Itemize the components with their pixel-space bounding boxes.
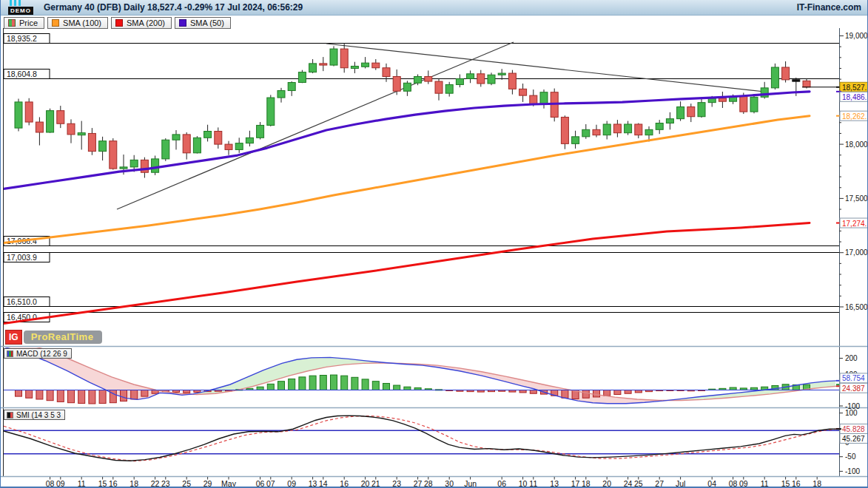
x-axis-label: 30 <box>445 479 454 488</box>
candle <box>793 80 800 81</box>
instrument-title: Germany 40 (DFB) Daily 18,527.4 -0.29% 1… <box>44 2 303 13</box>
candle <box>677 107 684 119</box>
x-axis-label: 18 <box>582 479 591 488</box>
x-axis-label: 25 <box>182 479 191 488</box>
candle <box>625 124 632 133</box>
x-axis-label: 14 <box>319 479 328 488</box>
candles-group <box>15 43 810 178</box>
x-axis-label: 15 <box>781 479 790 488</box>
candle <box>414 76 422 83</box>
candle <box>656 123 663 130</box>
candle <box>530 95 537 104</box>
candle <box>67 123 75 135</box>
x-axis-label: 29 <box>203 479 212 488</box>
candle <box>141 160 148 172</box>
candle <box>635 124 642 135</box>
candle <box>698 103 705 117</box>
x-axis-label: 27 <box>655 479 664 488</box>
candle <box>603 124 610 135</box>
candle <box>456 78 463 84</box>
value-box-label: 18,527.. <box>842 84 868 92</box>
candle <box>561 117 568 143</box>
candle <box>488 75 495 84</box>
trendline[interactable] <box>326 44 764 92</box>
x-axis-label: 16 <box>109 479 118 488</box>
value-box-label: 45.267 <box>842 435 865 443</box>
candle <box>152 159 159 172</box>
candle <box>298 72 306 83</box>
candle <box>99 141 107 152</box>
x-axis-label: Jul <box>676 479 685 488</box>
candle <box>130 160 138 167</box>
candle <box>288 83 295 91</box>
x-axis-label: 23 <box>161 479 170 488</box>
candle <box>193 138 201 153</box>
level-price-label: 17,003.9 <box>7 253 37 262</box>
prorealtime-logo: ProRealTime <box>24 331 103 344</box>
price-axis-label: 19,000 <box>845 32 868 40</box>
macd-indicator-label[interactable]: MACD (12 26 9 <box>4 348 72 359</box>
legend-swatch-icon <box>179 19 186 27</box>
value-box-label: 58.754 <box>842 374 865 382</box>
legend-swatch-icon <box>52 19 59 27</box>
candle <box>277 91 285 98</box>
candle <box>540 92 548 104</box>
legend-swatch-icon <box>115 19 123 27</box>
candle <box>172 135 180 140</box>
legend-item-sma-50[interactable]: SMA (50) <box>175 17 231 29</box>
candle <box>15 102 22 128</box>
candle <box>467 74 474 79</box>
candle <box>57 111 64 124</box>
demo-label: DEMO <box>8 7 33 15</box>
legend-label: SMA (200) <box>127 18 165 27</box>
legend-label: Price <box>19 18 38 27</box>
candle <box>225 144 232 149</box>
legend-label: SMA (50) <box>190 18 224 27</box>
candle <box>687 107 695 117</box>
value-box-label: 17,274.. <box>842 220 868 228</box>
x-axis-label: 25 <box>634 479 643 488</box>
x-axis-label: 04 <box>707 479 716 488</box>
candle <box>340 49 348 68</box>
candle <box>425 76 432 81</box>
candle <box>78 133 85 135</box>
x-axis-label: 16 <box>340 479 349 488</box>
candle <box>235 143 243 150</box>
x-axis-label: 17 <box>571 479 580 488</box>
candle <box>204 132 212 138</box>
smi-indicator-label[interactable]: SMI (14 3 5 3 <box>4 410 65 420</box>
x-axis-label: 18 <box>129 479 138 488</box>
legend-swatch-icon <box>8 19 16 27</box>
candle <box>215 132 222 145</box>
candle <box>246 138 253 143</box>
x-axis-label: 28 <box>424 479 433 488</box>
legend-item-sma-200[interactable]: SMA (200) <box>111 17 172 29</box>
brand-link[interactable]: IT-Finance.com <box>797 2 861 13</box>
legend-item-sma-100[interactable]: SMA (100) <box>47 17 108 29</box>
candle <box>372 63 380 68</box>
value-box-label: 24.387 <box>842 384 865 393</box>
price-axis-label: 18,000 <box>845 140 868 149</box>
price-axis-label: 17,000 <box>845 248 868 257</box>
x-axis-label: 13 <box>309 479 317 488</box>
x-axis-label: May <box>221 479 237 488</box>
ig-logo: IG <box>5 330 22 345</box>
x-axis-label: 24 <box>624 479 633 488</box>
trading-chart-window: DEMO Germany 40 (DFB) Daily 18,527.4 -0.… <box>0 0 868 488</box>
candle <box>771 67 778 88</box>
candle <box>25 102 33 122</box>
x-axis-label: 08 <box>46 479 55 488</box>
x-axis-label: 21 <box>371 479 380 488</box>
candle <box>508 73 516 89</box>
x-axis-label: Jun <box>464 479 477 488</box>
candle <box>393 76 400 91</box>
candle <box>120 167 127 169</box>
candles-icon <box>10 0 21 6</box>
x-axis-label: 07 <box>266 479 275 488</box>
x-axis-label: 15 <box>98 479 107 488</box>
legend-label: SMA (100) <box>63 18 101 27</box>
price-axis-label: 17,500 <box>845 194 868 203</box>
legend-item-price[interactable]: Price <box>4 17 44 29</box>
x-axis-label: 13 <box>550 479 559 488</box>
candle <box>110 141 117 169</box>
